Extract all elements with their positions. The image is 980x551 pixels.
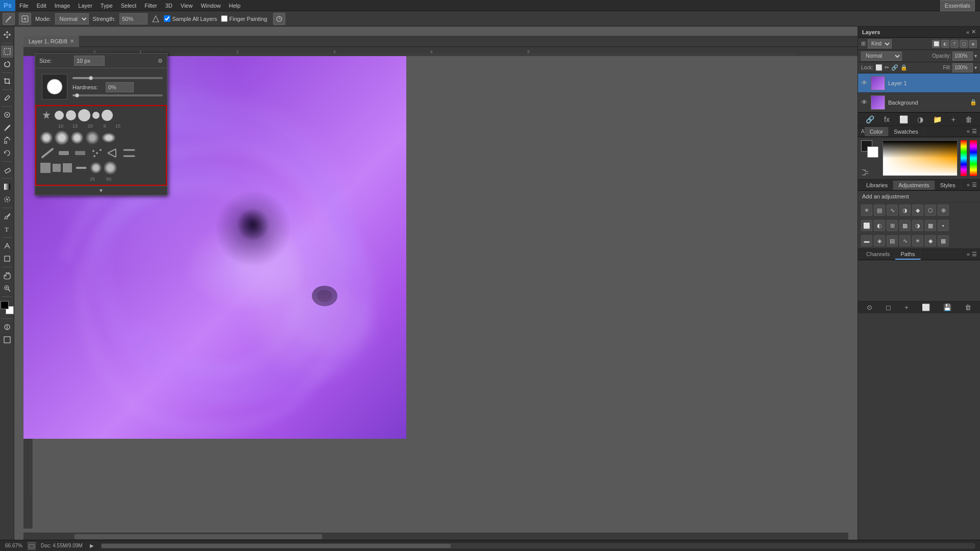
menu-image[interactable]: Image [51, 0, 75, 11]
colorbal-adj-btn[interactable]: ⊕ [938, 205, 949, 216]
brush-preset-soft-round-3[interactable] [104, 161, 117, 174]
mode-select[interactable]: Normal [55, 13, 89, 24]
add-style-btn[interactable]: fx [882, 115, 892, 123]
move-tool[interactable] [1, 29, 13, 41]
brush-preset-arrow[interactable] [106, 147, 120, 159]
canvas-tab[interactable]: Layer 1, RGB/8 ✕ [23, 36, 80, 47]
brush-preset-flat-1[interactable] [40, 147, 55, 159]
blend-mode-select[interactable]: Normal [861, 52, 902, 61]
eraser-tool[interactable] [1, 164, 13, 176]
canvas-tab-close[interactable]: ✕ [70, 38, 74, 44]
brush-tool[interactable] [1, 121, 13, 134]
add-adjustment-btn[interactable]: ◑ [915, 115, 925, 123]
strength-input[interactable] [119, 13, 148, 24]
brush-preset-round-13[interactable] [66, 110, 76, 120]
levels2-btn[interactable]: ▤ [887, 235, 898, 246]
posterize-adj-btn[interactable]: ▩ [925, 220, 936, 231]
canvas-area[interactable]: 0 1 2 3 4 5 Layer 1, RGB/8 ✕ [14, 27, 857, 540]
healing-brush-tool[interactable] [1, 109, 13, 121]
ch-load-btn[interactable]: ⊙ [867, 304, 872, 311]
brush-preset-flat-3[interactable] [73, 147, 87, 159]
delete-layer-btn[interactable]: 🗑 [963, 115, 974, 123]
finger-painting-wrap[interactable]: Finger Painting [221, 15, 267, 22]
color-panel-menu[interactable]: ☰ [972, 128, 977, 135]
path-select-tool[interactable] [1, 240, 13, 252]
color-lookup-btn[interactable]: ▦ [899, 220, 911, 231]
curves2-btn[interactable]: ∿ [899, 235, 911, 246]
brush-preset-soft-lg[interactable] [71, 132, 83, 144]
vib2-btn[interactable]: ◆ [925, 235, 936, 246]
scrollbar-h-thumb[interactable] [75, 534, 322, 539]
gradient-map-btn[interactable]: ▬ [861, 235, 872, 246]
color-swatch-area[interactable] [1, 301, 14, 314]
menu-help[interactable]: Help [225, 0, 245, 11]
brush-preset-round-9[interactable] [92, 112, 100, 119]
layer1-visibility-icon[interactable]: 👁 [861, 79, 868, 87]
color-panel-expand[interactable]: « [967, 128, 970, 135]
zoom-icon[interactable] [28, 542, 36, 550]
mixer-adj-btn[interactable]: ⊞ [887, 220, 898, 231]
type-tool[interactable]: T [1, 223, 13, 235]
adj-expand[interactable]: « [967, 182, 970, 188]
brush-preset-hard-round[interactable] [55, 111, 64, 120]
essentials-button[interactable]: Essentials [940, 0, 975, 11]
add-mask-btn[interactable]: ⬜ [897, 115, 910, 123]
screen-mode-tool[interactable] [1, 334, 13, 346]
status-arrow[interactable]: ▶ [88, 542, 96, 550]
brush-popup-scroll-down[interactable]: ▼ [35, 186, 167, 195]
brush-preset-round-15[interactable] [102, 110, 113, 121]
menu-type[interactable]: Type [96, 0, 117, 11]
color-picker-gradient[interactable] [883, 140, 958, 176]
brush-preset-soft-round-2[interactable] [90, 162, 102, 173]
ch-menu[interactable]: ☰ [972, 251, 977, 258]
menu-filter[interactable]: Filter [140, 0, 161, 11]
fill-input[interactable] [952, 63, 973, 72]
shape-tool[interactable] [1, 253, 13, 265]
adj-menu[interactable]: ☰ [972, 182, 977, 188]
layer-item-background[interactable]: 👁 Background 🔒 [858, 93, 980, 112]
levels-adj-btn[interactable]: ▤ [874, 205, 885, 216]
brush-hardness-slider[interactable] [72, 94, 163, 96]
brush-preset-soft-flat[interactable] [102, 133, 116, 143]
brush-preset-soft-oval[interactable] [85, 131, 100, 145]
opacity-dropdown[interactable]: ▾ [974, 53, 977, 59]
brush-preset-icon[interactable] [19, 13, 31, 25]
brush-preset-sq3[interactable] [63, 163, 72, 172]
filter-kind-select[interactable]: Kind [868, 39, 892, 48]
filter-shape-btn[interactable]: ◻ [960, 40, 968, 48]
threshold-adj-btn[interactable]: ▪ [938, 220, 949, 231]
hsl-adj-btn[interactable]: ⬡ [925, 205, 936, 216]
menu-select[interactable]: Select [117, 0, 141, 11]
lock-pixels-icon[interactable]: ⬜ [875, 64, 883, 71]
menu-edit[interactable]: Edit [33, 0, 51, 11]
crop-tool[interactable] [1, 75, 13, 87]
styles-tab[interactable]: Styles [935, 181, 961, 190]
brush-size-field[interactable] [74, 56, 105, 66]
add-layer-btn[interactable]: + [949, 115, 958, 123]
color-tab[interactable]: Color [865, 127, 889, 136]
brush-preset-round-20[interactable] [78, 109, 90, 121]
brush-preset-sq2[interactable] [53, 164, 61, 172]
menu-file[interactable]: File [15, 0, 33, 11]
brush-preset-soft-md[interactable] [55, 131, 69, 145]
rectangular-select-tool[interactable] [1, 45, 13, 58]
sample-all-layers-wrap[interactable]: Sample All Layers [164, 15, 217, 22]
fill-dropdown[interactable]: ▾ [974, 65, 977, 70]
brush-preset-square[interactable] [40, 163, 51, 173]
vibrance-adj-btn[interactable]: ◆ [912, 205, 923, 216]
quick-mask-tool[interactable] [1, 321, 13, 333]
lasso-tool[interactable] [1, 58, 13, 70]
scrollbar-thumb[interactable] [102, 544, 451, 548]
pen-tool[interactable] [1, 210, 13, 222]
background-visibility-icon[interactable]: 👁 [861, 98, 868, 106]
brush-size-slider[interactable] [72, 77, 163, 79]
bw-adj-btn[interactable]: ⬜ [861, 220, 872, 231]
eyedropper-tool[interactable] [1, 92, 13, 104]
filter-adj-btn[interactable]: ◐ [941, 40, 949, 48]
filter-text-btn[interactable]: T [950, 40, 959, 48]
libraries-tab[interactable]: Libraries [861, 181, 893, 190]
adjustments-tab[interactable]: Adjustments [893, 181, 935, 190]
selective-color-btn[interactable]: ◈ [874, 235, 885, 246]
swatches-tab[interactable]: Swatches [889, 127, 924, 136]
menu-3d[interactable]: 3D [161, 0, 177, 11]
